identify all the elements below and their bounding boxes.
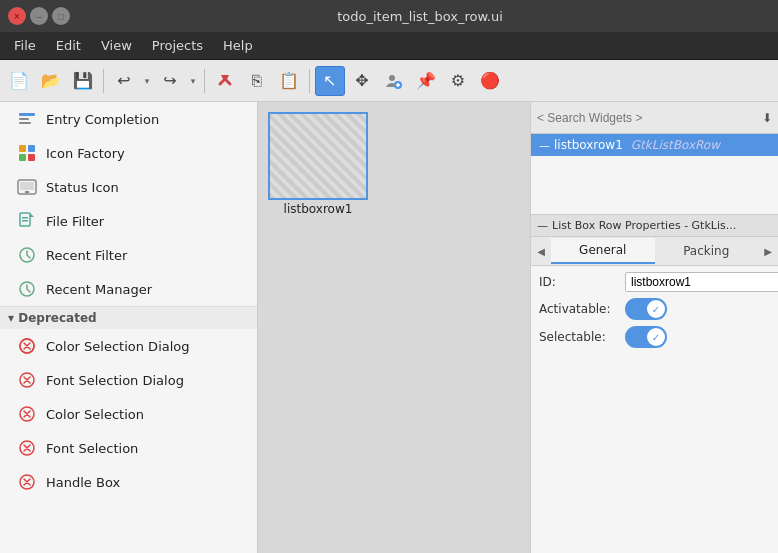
svg-rect-3 — [19, 118, 29, 120]
tree-item-listboxrow1[interactable]: — listboxrow1 GtkListBoxRow — [531, 134, 778, 156]
close-icon: × — [14, 11, 20, 22]
new-button[interactable]: 📄 — [4, 66, 34, 96]
svg-rect-6 — [28, 145, 35, 152]
close-button[interactable]: × — [8, 7, 26, 25]
prop-activatable-label: Activatable: — [539, 302, 619, 316]
maximize-button[interactable]: □ — [52, 7, 70, 25]
redo-button[interactable]: ↪ — [155, 66, 185, 96]
listbox-widget[interactable] — [268, 112, 368, 200]
menu-view[interactable]: View — [91, 34, 142, 57]
minimize-button[interactable]: – — [30, 7, 48, 25]
svg-rect-14 — [22, 220, 28, 222]
color-selection-icon — [16, 403, 38, 425]
widget-container: listboxrow1 — [268, 112, 368, 216]
sidebar-item-color-selection-label: Color Selection — [46, 407, 144, 422]
canvas-area[interactable]: listboxrow1 — [258, 102, 530, 553]
sidebar-item-icon-factory[interactable]: Icon Factory — [0, 136, 257, 170]
svg-rect-8 — [28, 154, 35, 161]
undo-dropdown[interactable]: ▾ — [141, 66, 153, 96]
sidebar-item-color-selection-dialog-label: Color Selection Dialog — [46, 339, 190, 354]
activatable-toggle[interactable]: ✓ — [625, 298, 667, 320]
settings-button[interactable]: ⚙ — [443, 66, 473, 96]
sidebar-item-color-selection-dialog[interactable]: Color Selection Dialog — [0, 329, 257, 363]
props-header-title: List Box Row Properties - GtkLis... — [552, 219, 736, 232]
prop-row-activatable: Activatable: ✓ — [539, 298, 770, 320]
svg-rect-5 — [19, 145, 26, 152]
tree-item-collapse-icon: — — [539, 139, 550, 152]
tab-general[interactable]: General — [551, 238, 655, 264]
add-widget-button[interactable] — [379, 66, 409, 96]
prop-row-id: ID: — [539, 272, 770, 292]
props-prev-button[interactable]: ◀ — [531, 237, 551, 265]
redo-dropdown[interactable]: ▾ — [187, 66, 199, 96]
move-button[interactable]: ✥ — [347, 66, 377, 96]
icon-factory-icon — [16, 142, 38, 164]
props-header: — List Box Row Properties - GtkLis... — [531, 215, 778, 237]
paste-button[interactable]: 📋 — [274, 66, 304, 96]
selectable-toggle[interactable]: ✓ — [625, 326, 667, 348]
right-panel: ⬇ — listboxrow1 GtkListBoxRow — List Box… — [530, 102, 778, 553]
tab-packing[interactable]: Packing — [655, 239, 759, 263]
cut-button[interactable] — [210, 66, 240, 96]
undo-button[interactable]: ↩ — [109, 66, 139, 96]
activatable-toggle-knob: ✓ — [647, 300, 665, 318]
debug-button[interactable]: 🔴 — [475, 66, 505, 96]
font-selection-dialog-icon — [16, 369, 38, 391]
toolbar-separator-1 — [103, 69, 104, 93]
sidebar-item-recent-manager-label: Recent Manager — [46, 282, 152, 297]
svg-rect-11 — [25, 191, 29, 193]
menu-projects[interactable]: Projects — [142, 34, 213, 57]
sidebar-item-handle-box-label: Handle Box — [46, 475, 120, 490]
search-down-icon[interactable]: ⬇ — [762, 111, 772, 125]
menu-edit[interactable]: Edit — [46, 34, 91, 57]
sidebar-item-color-selection[interactable]: Color Selection — [0, 397, 257, 431]
props-content: ID: Activatable: ✓ Selectable: ✓ — [531, 266, 778, 354]
sidebar-item-recent-filter-label: Recent Filter — [46, 248, 127, 263]
handle-box-icon — [16, 471, 38, 493]
menu-help[interactable]: Help — [213, 34, 263, 57]
pointer-button[interactable]: ↖ — [315, 66, 345, 96]
copy-button[interactable]: ⎘ — [242, 66, 272, 96]
sidebar-item-font-selection-dialog-label: Font Selection Dialog — [46, 373, 184, 388]
sidebar-item-file-filter-label: File Filter — [46, 214, 104, 229]
prop-id-label: ID: — [539, 275, 619, 289]
props-next-button[interactable]: ▶ — [758, 237, 778, 265]
pin-button[interactable]: 📌 — [411, 66, 441, 96]
svg-rect-13 — [22, 217, 28, 219]
menu-file[interactable]: File — [4, 34, 46, 57]
recent-filter-icon — [16, 244, 38, 266]
sidebar-item-entry-completion-label: Entry Completion — [46, 112, 159, 127]
sidebar-item-status-icon[interactable]: Status Icon — [0, 170, 257, 204]
search-bar: ⬇ — [531, 102, 778, 134]
titlebar-controls: × – □ — [8, 7, 70, 25]
main-area: Entry Completion Icon Factory — [0, 102, 778, 553]
maximize-icon: □ — [58, 11, 64, 22]
menubar: File Edit View Projects Help — [0, 32, 778, 60]
toolbar-separator-2 — [204, 69, 205, 93]
save-button[interactable]: 💾 — [68, 66, 98, 96]
tree-item-name: listboxrow1 — [554, 138, 623, 152]
svg-rect-10 — [20, 182, 34, 190]
sidebar-item-entry-completion[interactable]: Entry Completion — [0, 102, 257, 136]
sidebar-item-recent-filter[interactable]: Recent Filter — [0, 238, 257, 272]
font-selection-icon — [16, 437, 38, 459]
props-tabs: ◀ General Packing ▶ — [531, 237, 778, 266]
sidebar-item-font-selection-dialog[interactable]: Font Selection Dialog — [0, 363, 257, 397]
open-button[interactable]: 📂 — [36, 66, 66, 96]
sidebar-item-font-selection[interactable]: Font Selection — [0, 431, 257, 465]
svg-rect-2 — [19, 113, 35, 116]
props-collapse-icon[interactable]: — — [537, 219, 548, 232]
prop-id-input[interactable] — [625, 272, 778, 292]
svg-rect-4 — [19, 122, 31, 124]
entry-completion-icon — [16, 108, 38, 130]
sidebar-item-file-filter[interactable]: File Filter — [0, 204, 257, 238]
minimize-icon: – — [36, 11, 42, 22]
status-icon-icon — [16, 176, 38, 198]
sidebar-item-recent-manager[interactable]: Recent Manager — [0, 272, 257, 306]
deprecated-header[interactable]: ▾ Deprecated — [0, 306, 257, 329]
svg-rect-7 — [19, 154, 26, 161]
toolbar: 📄 📂 💾 ↩ ▾ ↪ ▾ ⎘ 📋 ↖ ✥ 📌 ⚙ 🔴 — [0, 60, 778, 102]
search-input[interactable] — [537, 111, 758, 125]
window-title: todo_item_list_box_row.ui — [70, 9, 770, 24]
sidebar-item-handle-box[interactable]: Handle Box — [0, 465, 257, 499]
